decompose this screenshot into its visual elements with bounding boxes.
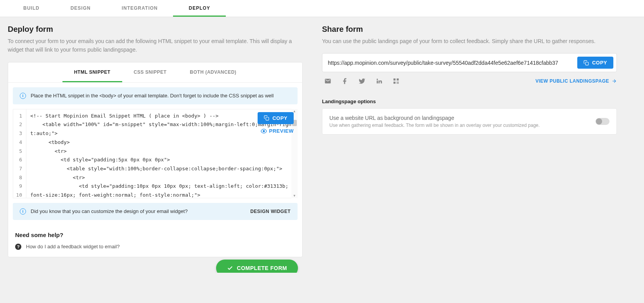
- svg-rect-2: [585, 62, 589, 65]
- complete-form-button[interactable]: COMPLETE FORM: [216, 260, 298, 273]
- deploy-description: To connect your form to your emails you …: [8, 37, 303, 54]
- copy-icon: [264, 115, 269, 121]
- info-icon: i: [20, 208, 26, 215]
- deploy-title: Deploy form: [8, 25, 303, 34]
- snippet-tabbar: HTML SNIPPET CSS SNIPPET BOTH (ADVANCED): [8, 62, 302, 83]
- svg-rect-4: [397, 79, 399, 81]
- ln-6: 6: [16, 156, 22, 164]
- share-title: Share form: [322, 25, 617, 34]
- copy-snippet-button[interactable]: COPY: [258, 112, 294, 124]
- copy-icon: [583, 60, 589, 66]
- check-icon: [227, 265, 233, 271]
- snippet-tab-both[interactable]: BOTH (ADVANCED): [178, 62, 248, 82]
- share-row: VIEW PUBLIC LANDINGSPAGE: [322, 78, 617, 85]
- help-section: Need some help? ? How do I add a feedbac…: [8, 225, 302, 257]
- svg-rect-7: [398, 83, 399, 84]
- design-widget-link[interactable]: DESIGN WIDGET: [250, 209, 291, 214]
- svg-rect-0: [266, 118, 269, 121]
- ln-10: 10: [16, 191, 22, 198]
- topnav: BUILD DESIGN INTEGRATION DEPLOY: [0, 0, 644, 17]
- landingspage-option-card: Use a website URL as background on landi…: [322, 108, 617, 135]
- help-item-1-text: How do I add a feedback widget to email?: [26, 244, 119, 249]
- tab-integration[interactable]: INTEGRATION: [106, 0, 173, 17]
- complete-form-label: COMPLETE FORM: [237, 265, 287, 271]
- ln-7: 7: [16, 164, 22, 173]
- copy-url-label: COPY: [592, 60, 607, 66]
- twitter-icon[interactable]: [358, 78, 365, 85]
- landingspage-option-label: Use a website URL as background on landi…: [329, 115, 540, 121]
- preview-label: PREVIEW: [269, 128, 294, 134]
- info-icon: i: [20, 93, 26, 99]
- code-text[interactable]: <!-- Start Mopinion Email Snippet HTML (…: [26, 109, 297, 198]
- email-icon[interactable]: [324, 78, 331, 85]
- share-url-row: https://app.mopinion.com/survey/public/t…: [322, 53, 617, 72]
- ln-5: 5: [16, 147, 22, 156]
- view-landingspage-label: VIEW PUBLIC LANDINGSPAGE: [535, 78, 609, 84]
- ln-1: 1: [16, 112, 22, 121]
- deploy-card: HTML SNIPPET CSS SNIPPET BOTH (ADVANCED)…: [8, 62, 303, 257]
- copy-snippet-label: COPY: [272, 115, 287, 121]
- snippet-info-1: i Place the HTML snippet in the <body> o…: [13, 87, 298, 104]
- help-item-1[interactable]: ? How do I add a feedback widget to emai…: [15, 244, 295, 250]
- ln-3: 3: [16, 129, 22, 138]
- preview-link[interactable]: PREVIEW: [261, 128, 294, 134]
- eye-icon: [261, 128, 267, 134]
- toggle-knob: [596, 118, 602, 125]
- arrow-right-icon: [611, 78, 617, 84]
- share-description: You can use the public landings page of …: [322, 37, 617, 45]
- view-landingspage-link[interactable]: VIEW PUBLIC LANDINGSPAGE: [535, 78, 617, 84]
- svg-rect-5: [393, 82, 395, 84]
- qr-icon[interactable]: [393, 78, 400, 85]
- deploy-column: Deploy form To connect your form to your…: [8, 25, 303, 257]
- svg-rect-6: [397, 82, 398, 83]
- ln-4: 4: [16, 138, 22, 147]
- share-icons: [322, 78, 400, 85]
- scroll-down-icon[interactable]: ▼: [292, 194, 297, 198]
- landingspage-option-toggle[interactable]: [596, 118, 609, 125]
- svg-rect-3: [393, 79, 395, 81]
- facebook-icon[interactable]: [341, 78, 348, 85]
- snippet-info-2: i Did you know that you can customize th…: [13, 203, 298, 220]
- help-title: Need some help?: [15, 232, 295, 238]
- ln-8: 8: [16, 173, 22, 182]
- share-column: Share form You can use the public landin…: [322, 25, 617, 257]
- svg-rect-9: [398, 82, 399, 83]
- copy-url-button[interactable]: COPY: [577, 57, 613, 69]
- tab-design[interactable]: DESIGN: [55, 0, 106, 17]
- code-area[interactable]: 1 2 3 4 5 6 7 8 9 10 <!-- Start Mopinion…: [13, 109, 298, 198]
- snippet-tab-html[interactable]: HTML SNIPPET: [62, 62, 122, 82]
- ln-2: 2: [16, 120, 22, 129]
- landingspage-option-texts: Use a website URL as background on landi…: [329, 115, 540, 128]
- landingspage-option-desc: Use when gathering email feedback. The f…: [329, 123, 540, 128]
- snippet-info-1-text: Place the HTML snippet in the <body> of …: [31, 93, 274, 99]
- ln-9: 9: [16, 182, 22, 191]
- snippet-info-2-text: Did you know that you can customize the …: [31, 208, 188, 214]
- tab-deploy[interactable]: DEPLOY: [173, 0, 225, 17]
- code-actions: COPY PREVIEW: [258, 112, 294, 134]
- snippet-tab-css[interactable]: CSS SNIPPET: [122, 62, 178, 82]
- landingspage-options-title: Landingspage options: [322, 99, 617, 104]
- svg-point-1: [263, 130, 265, 132]
- tab-build[interactable]: BUILD: [8, 0, 55, 17]
- code-gutter: 1 2 3 4 5 6 7 8 9 10: [13, 109, 26, 198]
- code-wrap: 1 2 3 4 5 6 7 8 9 10 <!-- Start Mopinion…: [13, 109, 298, 198]
- svg-rect-8: [397, 83, 398, 84]
- share-url-input[interactable]: https://app.mopinion.com/survey/public/t…: [328, 60, 573, 66]
- content: Deploy form To connect your form to your…: [0, 17, 644, 273]
- question-icon: ?: [15, 244, 21, 250]
- linkedin-icon[interactable]: [376, 78, 383, 85]
